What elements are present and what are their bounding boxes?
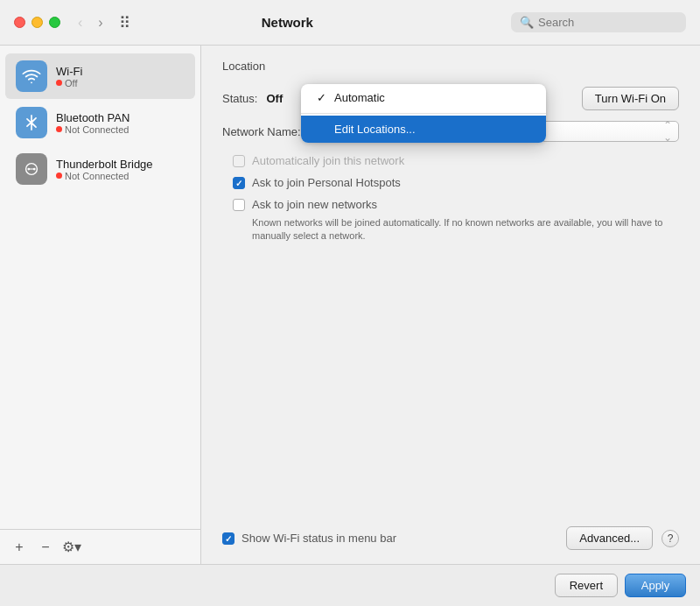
show-wifi-row: Show Wi-Fi status in menu bar [222,532,557,545]
network-note: Known networks will be joined automatica… [233,216,679,243]
search-bar: 🔍 [511,12,686,32]
chevron-down-icon: ▾ [74,539,81,555]
minimize-button[interactable] [32,17,43,28]
traffic-lights [14,17,60,28]
sidebar-item-thunderbolt-bridge[interactable]: Thunderbolt Bridge Not Connected [5,146,195,192]
dropdown-divider [301,113,546,114]
option-new-networks: Ask to join new networks [233,198,679,211]
revert-button[interactable]: Revert [555,574,618,597]
help-button[interactable]: ? [662,530,679,547]
sidebar-footer: + − ⚙ ▾ [0,529,200,564]
title-bar: ‹ › ⠿ Network 🔍 [0,0,700,46]
advanced-button[interactable]: Advanced... [566,526,653,550]
add-network-button[interactable]: + [7,535,32,560]
bt-status: Not Connected [56,124,130,135]
show-wifi-checkbox[interactable] [222,532,234,545]
edit-check-spacer [315,123,327,136]
status-label: Status: [222,92,257,105]
footer-buttons: Revert Apply [0,564,700,606]
svg-point-0 [31,81,32,83]
wifi-icon [16,60,47,92]
window-title: Network [73,15,502,30]
maximize-button[interactable] [49,17,60,28]
wifi-name: Wi-Fi [56,65,82,78]
sidebar: Wi-Fi Off Bluetooth PAN [0,46,201,564]
bluetooth-icon [16,107,47,138]
tb-status-dot [56,173,62,179]
sidebar-item-wifi-text: Wi-Fi Off [56,65,82,88]
sidebar-list: Wi-Fi Off Bluetooth PAN [0,46,200,529]
right-panel: Location ✓ Automatic Edit Locations... S… [201,46,700,564]
network-name-chevron-icon: ⌃⌄ [663,119,672,144]
checkmark-icon: ✓ [315,91,327,104]
option-personal-hotspots: Ask to join Personal Hotspots [233,176,679,189]
search-input[interactable] [538,16,677,29]
location-option-automatic[interactable]: ✓ Automatic [301,84,546,111]
sidebar-item-bluetooth-pan[interactable]: Bluetooth PAN Not Connected [5,100,195,145]
location-dropdown-menu: ✓ Automatic Edit Locations... [301,84,546,143]
option-auto-join: Automatically join this network [233,154,679,167]
location-label: Location [222,60,265,73]
sidebar-item-wifi[interactable]: Wi-Fi Off [5,53,195,99]
options-section: Automatically join this network Ask to j… [222,154,679,243]
auto-join-label: Automatically join this network [252,154,404,167]
status-value: Off [266,92,283,105]
sidebar-item-bt-text: Bluetooth PAN Not Connected [56,111,130,135]
wifi-status: Off [56,78,82,88]
thunderbolt-icon [16,153,47,185]
network-actions-button[interactable]: ⚙ ▾ [60,535,84,560]
bottom-section: Show Wi-Fi status in menu bar Advanced..… [222,526,679,550]
network-name-label: Network Name: [222,125,301,138]
location-option-edit[interactable]: Edit Locations... [301,116,546,143]
auto-join-checkbox[interactable] [233,155,245,167]
turn-wifi-button[interactable]: Turn Wi-Fi On [582,87,679,110]
main-content: Wi-Fi Off Bluetooth PAN [0,46,700,564]
new-networks-checkbox[interactable] [233,199,245,211]
bt-status-dot [56,126,62,132]
location-row: Location ✓ Automatic Edit Locations... [222,60,679,73]
wifi-status-dot [56,80,62,86]
tb-name: Thunderbolt Bridge [56,158,153,171]
search-icon: 🔍 [520,16,534,29]
bt-name: Bluetooth PAN [56,111,130,124]
sidebar-item-tb-text: Thunderbolt Bridge Not Connected [56,158,153,181]
personal-hotspots-checkbox[interactable] [233,177,245,189]
tb-status: Not Connected [56,171,153,181]
new-networks-label: Ask to join new networks [252,198,377,211]
close-button[interactable] [14,17,25,28]
apply-button[interactable]: Apply [625,574,686,597]
personal-hotspots-label: Ask to join Personal Hotspots [252,176,401,189]
gear-icon: ⚙ [62,539,74,555]
remove-network-button[interactable]: − [33,535,58,560]
show-wifi-label: Show Wi-Fi status in menu bar [242,532,396,545]
